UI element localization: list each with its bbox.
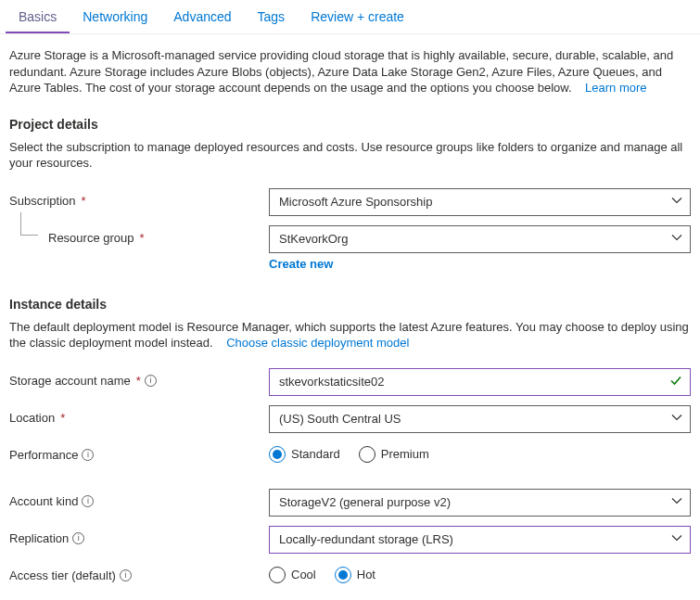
radio-dot-icon	[359, 446, 375, 463]
storage-name-label: Storage account name * i	[9, 368, 269, 388]
create-new-link[interactable]: Create new	[269, 257, 333, 271]
chevron-down-icon	[671, 412, 682, 426]
required-asterisk: *	[82, 194, 86, 208]
subscription-label-text: Subscription	[9, 194, 76, 208]
tab-basics[interactable]: Basics	[6, 0, 70, 33]
account-kind-select[interactable]: StorageV2 (general purpose v2)	[269, 489, 691, 517]
subscription-value: Microsoft Azure Sponsorship	[279, 195, 432, 209]
info-icon[interactable]: i	[145, 375, 157, 387]
required-asterisk: *	[136, 374, 141, 388]
access-tier-label-text: Access tier (default)	[9, 568, 116, 582]
intro-text: Azure Storage is a Microsoft-managed ser…	[9, 47, 691, 96]
subscription-select[interactable]: Microsoft Azure Sponsorship	[269, 188, 691, 216]
radio-label: Cool	[291, 568, 316, 581]
intro-body: Azure Storage is a Microsoft-managed ser…	[9, 48, 673, 95]
tab-bar: Basics Networking Advanced Tags Review +…	[0, 0, 700, 34]
performance-label: Performance i	[9, 442, 269, 462]
resource-group-label-text: Resource group	[48, 231, 134, 245]
access-tier-label: Access tier (default) i	[9, 563, 269, 582]
location-value: (US) South Central US	[279, 412, 401, 426]
tab-review[interactable]: Review + create	[298, 0, 417, 33]
access-tier-hot-radio[interactable]: Hot	[335, 567, 375, 583]
info-icon[interactable]: i	[72, 532, 84, 544]
tab-tags[interactable]: Tags	[245, 0, 299, 33]
replication-label-text: Replication	[9, 531, 69, 545]
classic-deployment-link[interactable]: Choose classic deployment model	[226, 336, 409, 350]
instance-details-title: Instance details	[9, 297, 691, 312]
resource-group-label: Resource group *	[9, 225, 269, 245]
checkmark-icon	[669, 374, 682, 389]
radio-label: Hot	[357, 568, 375, 581]
storage-name-value: stkevorkstaticsite02	[279, 375, 384, 389]
account-kind-value: StorageV2 (general purpose v2)	[279, 495, 451, 509]
resource-group-select[interactable]: StKevorkOrg	[269, 225, 691, 253]
project-details-desc: Select the subscription to manage deploy…	[9, 139, 691, 172]
replication-value: Locally-redundant storage (LRS)	[279, 532, 453, 546]
learn-more-link[interactable]: Learn more	[585, 81, 646, 95]
location-select[interactable]: (US) South Central US	[269, 405, 691, 433]
storage-name-input[interactable]: stkevorkstaticsite02	[269, 368, 691, 396]
chevron-down-icon	[671, 195, 682, 209]
instance-details-desc: The default deployment model is Resource…	[9, 319, 691, 351]
radio-dot-icon	[269, 446, 286, 463]
chevron-down-icon	[671, 495, 682, 509]
chevron-down-icon	[671, 232, 682, 246]
required-asterisk: *	[140, 231, 145, 245]
performance-premium-radio[interactable]: Premium	[359, 446, 429, 463]
performance-standard-radio[interactable]: Standard	[269, 446, 340, 463]
radio-label: Standard	[291, 447, 340, 461]
info-icon[interactable]: i	[82, 449, 94, 461]
chevron-down-icon	[671, 532, 682, 546]
location-label: Location *	[9, 405, 269, 425]
location-label-text: Location	[9, 411, 55, 425]
resource-group-value: StKevorkOrg	[279, 232, 348, 246]
replication-select[interactable]: Locally-redundant storage (LRS)	[269, 526, 691, 554]
radio-label: Premium	[381, 447, 429, 461]
info-icon[interactable]: i	[82, 495, 94, 507]
performance-label-text: Performance	[9, 448, 78, 462]
tab-advanced[interactable]: Advanced	[160, 0, 244, 33]
storage-name-label-text: Storage account name	[9, 374, 131, 388]
required-asterisk: *	[60, 411, 65, 425]
radio-dot-icon	[269, 567, 286, 583]
replication-label: Replication i	[9, 526, 269, 545]
radio-dot-icon	[335, 567, 351, 583]
access-tier-cool-radio[interactable]: Cool	[269, 567, 316, 583]
account-kind-label-text: Account kind	[9, 494, 78, 508]
tab-networking[interactable]: Networking	[70, 0, 160, 33]
subscription-label: Subscription *	[9, 188, 269, 208]
project-details-title: Project details	[9, 117, 691, 132]
account-kind-label: Account kind i	[9, 489, 269, 508]
info-icon[interactable]: i	[120, 569, 132, 581]
